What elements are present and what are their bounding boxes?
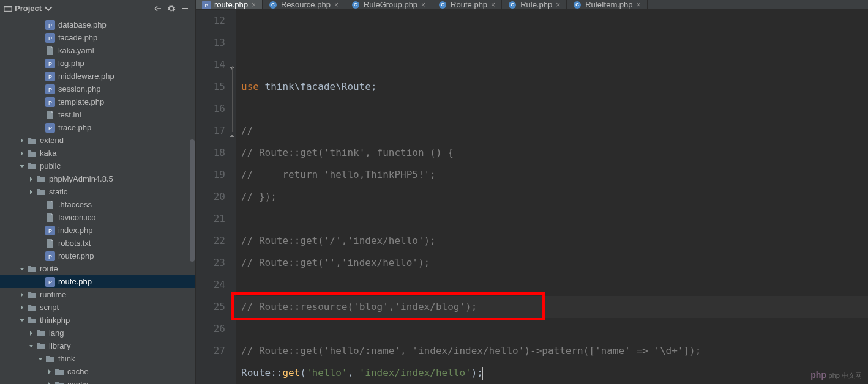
- tree-file[interactable]: Pmiddleware.php: [0, 70, 195, 83]
- tree-folder[interactable]: lang: [0, 327, 195, 339]
- tree-file[interactable]: kaka.yaml: [0, 44, 195, 57]
- line-number[interactable]: 17: [196, 120, 225, 142]
- code-line[interactable]: // Route::get('think', function () {: [241, 142, 868, 164]
- code-line[interactable]: Route::get('hello', 'index/index/hello')…: [241, 362, 868, 384]
- line-number[interactable]: 21: [196, 208, 225, 230]
- tree-arrow-icon[interactable]: [18, 163, 26, 170]
- close-tab-icon[interactable]: ×: [421, 1, 425, 9]
- code-line[interactable]: // Route::get('hello/:name', 'index/inde…: [241, 340, 868, 362]
- code-line[interactable]: // Route::get('','index/hello');: [241, 252, 868, 274]
- line-number[interactable]: 16: [196, 98, 225, 120]
- code-line[interactable]: use think\facade\Route;: [241, 76, 868, 98]
- editor-tab[interactable]: CRuleGroup.php×: [345, 0, 432, 9]
- class-icon: C: [269, 1, 277, 9]
- line-number[interactable]: 25: [196, 296, 225, 318]
- code-line[interactable]: // Route::resource('blog','index/blog');: [241, 296, 868, 318]
- tree-folder[interactable]: kaka: [0, 147, 195, 160]
- code-line[interactable]: [241, 98, 868, 120]
- tree-folder[interactable]: runtime: [0, 288, 195, 301]
- tree-arrow-icon[interactable]: [18, 317, 26, 324]
- close-tab-icon[interactable]: ×: [491, 1, 495, 9]
- fold-start-icon[interactable]: [228, 59, 236, 66]
- project-dropdown[interactable]: Project: [4, 4, 53, 13]
- code-line[interactable]: // });: [241, 186, 868, 208]
- line-number[interactable]: 14: [196, 54, 225, 76]
- tree-folder[interactable]: script: [0, 301, 195, 314]
- tree-arrow-icon[interactable]: [28, 330, 35, 337]
- tree-scrollbar[interactable]: [189, 17, 195, 384]
- code-editor[interactable]: 12131415161718192021222324252627 use thi…: [196, 10, 868, 384]
- line-number[interactable]: 23: [196, 252, 225, 274]
- editor-tab[interactable]: CResource.php×: [263, 0, 345, 9]
- code-content[interactable]: use think\facade\Route;//// Route::get('…: [236, 10, 868, 384]
- tree-folder[interactable]: config: [0, 378, 195, 384]
- tree-file[interactable]: Prouter.php: [0, 249, 195, 262]
- tree-folder[interactable]: think: [0, 352, 195, 365]
- code-line[interactable]: // return 'hello,ThinkPHP5!';: [241, 164, 868, 186]
- editor-tab[interactable]: CRoute.php×: [432, 0, 502, 9]
- line-number[interactable]: 20: [196, 186, 225, 208]
- minimize-button[interactable]: [178, 2, 192, 15]
- code-line[interactable]: //: [241, 120, 868, 142]
- line-gutter[interactable]: 12131415161718192021222324252627: [196, 10, 236, 384]
- line-number[interactable]: 26: [196, 318, 225, 340]
- tree-file[interactable]: Ptemplate.php: [0, 95, 195, 108]
- tree-arrow-icon[interactable]: [37, 355, 44, 363]
- tree-arrow-icon[interactable]: [18, 291, 26, 298]
- tree-arrow-icon[interactable]: [46, 381, 53, 385]
- code-line[interactable]: // Route::get('/','index/hello');: [241, 230, 868, 252]
- line-number[interactable]: 22: [196, 230, 225, 252]
- svg-text:P: P: [204, 2, 208, 8]
- tree-file[interactable]: test.ini: [0, 108, 195, 121]
- line-number[interactable]: 18: [196, 142, 225, 164]
- tree-file[interactable]: Psession.php: [0, 83, 195, 95]
- fold-end-icon[interactable]: [228, 125, 236, 132]
- tree-arrow-icon[interactable]: [46, 368, 53, 375]
- editor-tab[interactable]: CRuleItem.php×: [567, 0, 647, 9]
- scrollbar-thumb[interactable]: [190, 139, 195, 262]
- tree-file[interactable]: Pdatabase.php: [0, 18, 195, 31]
- tree-file[interactable]: Plog.php: [0, 57, 195, 70]
- tree-arrow-icon[interactable]: [18, 137, 26, 144]
- tree-folder[interactable]: thinkphp: [0, 314, 195, 327]
- tree-arrow-icon[interactable]: [28, 342, 35, 350]
- tree-file[interactable]: Ptrace.php: [0, 121, 195, 134]
- editor-tab[interactable]: Proute.php×: [196, 0, 263, 9]
- file-tree[interactable]: Pdatabase.phpPfacade.phpkaka.yamlPlog.ph…: [0, 17, 195, 384]
- code-line[interactable]: [241, 318, 868, 340]
- tree-file[interactable]: .htaccess: [0, 198, 195, 211]
- tree-arrow-icon[interactable]: [18, 150, 26, 157]
- close-tab-icon[interactable]: ×: [556, 1, 560, 9]
- tree-folder[interactable]: route: [0, 262, 195, 275]
- tree-folder[interactable]: library: [0, 339, 195, 352]
- line-number[interactable]: 12: [196, 10, 225, 32]
- editor-tab[interactable]: CRule.php×: [502, 0, 567, 9]
- tree-file[interactable]: Pfacade.php: [0, 31, 195, 44]
- settings-button[interactable]: [165, 2, 178, 15]
- tree-arrow-icon[interactable]: [28, 188, 35, 196]
- line-number[interactable]: 27: [196, 340, 225, 362]
- tree-arrow-icon[interactable]: [18, 304, 26, 311]
- collapse-button[interactable]: [151, 2, 165, 15]
- tree-file[interactable]: favicon.ico: [0, 211, 195, 224]
- tree-arrow-icon[interactable]: [28, 175, 35, 183]
- line-number[interactable]: 24: [196, 274, 225, 296]
- tree-folder[interactable]: public: [0, 160, 195, 172]
- close-tab-icon[interactable]: ×: [334, 1, 339, 9]
- close-tab-icon[interactable]: ×: [252, 1, 256, 9]
- tree-folder[interactable]: static: [0, 185, 195, 198]
- code-line[interactable]: [241, 208, 868, 230]
- close-tab-icon[interactable]: ×: [637, 1, 641, 9]
- tree-file[interactable]: Pindex.php: [0, 224, 195, 237]
- tree-file[interactable]: Proute.php: [0, 275, 195, 288]
- code-line[interactable]: [241, 274, 868, 296]
- line-number[interactable]: 19: [196, 164, 225, 186]
- tree-folder[interactable]: phpMyAdmin4.8.5: [0, 172, 195, 185]
- tree-arrow-icon[interactable]: [18, 265, 26, 273]
- tree-folder[interactable]: extend: [0, 134, 195, 147]
- tree-folder[interactable]: cache: [0, 365, 195, 378]
- line-number[interactable]: 13: [196, 32, 225, 54]
- line-number[interactable]: 15: [196, 76, 225, 98]
- tree-file[interactable]: robots.txt: [0, 237, 195, 249]
- class-icon: C: [508, 1, 517, 9]
